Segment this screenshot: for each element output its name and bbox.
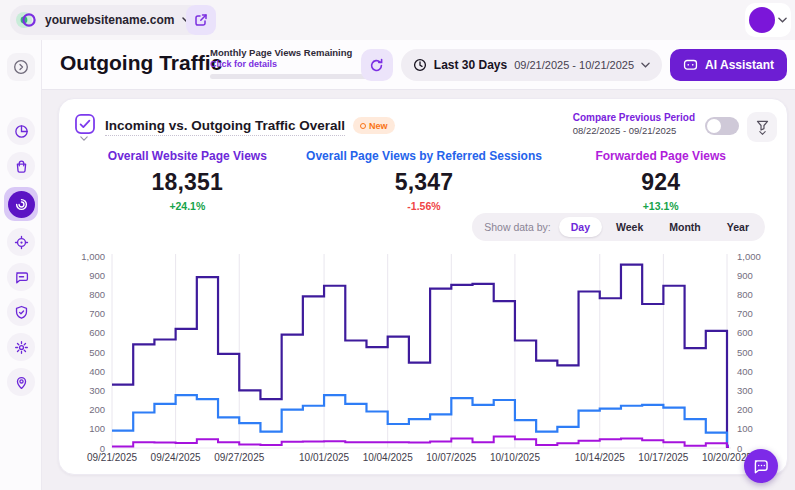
- gear-icon: [14, 340, 29, 355]
- ai-assistant-label: AI Assistant: [705, 58, 774, 72]
- metric-overall-website-page-views: Overall Website Page Views 18,351 +24.1%: [69, 149, 306, 212]
- tab-month[interactable]: Month: [657, 217, 713, 237]
- svg-text:0: 0: [737, 443, 742, 454]
- svg-text:600: 600: [89, 327, 105, 338]
- svg-text:300: 300: [737, 385, 753, 396]
- svg-text:10/01/2025: 10/01/2025: [299, 452, 349, 463]
- map-pin-person-icon: [14, 375, 29, 390]
- filter-button[interactable]: [747, 112, 777, 142]
- active-item-circle: [8, 191, 35, 218]
- compare-label: Compare Previous Period: [573, 112, 695, 123]
- show-data-by-tabs: Show data by: Day Week Month Year: [472, 213, 765, 241]
- sidebar-item-analytics[interactable]: [7, 117, 35, 145]
- funnel-icon: [756, 120, 769, 131]
- external-link-icon: [194, 13, 208, 27]
- compare-toggle[interactable]: [705, 117, 739, 135]
- svg-text:500: 500: [89, 347, 105, 358]
- refresh-button[interactable]: [361, 49, 393, 81]
- pie-chart-icon: [14, 124, 29, 139]
- compare-range: 08/22/2025 - 09/21/2025: [573, 125, 695, 136]
- sidebar-item-outgoing-traffic[interactable]: [4, 187, 38, 221]
- tab-week[interactable]: Week: [604, 217, 655, 237]
- card-title[interactable]: Incoming vs. Outgoing Traffic Overall: [105, 118, 345, 136]
- svg-text:500: 500: [737, 347, 753, 358]
- traffic-overview-card: Incoming vs. Outgoing Traffic Overall Ne…: [58, 98, 788, 475]
- new-badge: New: [353, 117, 395, 134]
- svg-text:900: 900: [89, 270, 105, 281]
- svg-text:200: 200: [737, 404, 753, 415]
- target-icon: [14, 235, 29, 250]
- metric-label: Overall Page Views by Referred Sessions: [306, 149, 543, 163]
- sidebar-item-tracking[interactable]: [7, 228, 35, 256]
- range-dates: 09/21/2025 - 10/21/2025: [514, 59, 634, 71]
- show-data-by-label: Show data by:: [484, 221, 551, 233]
- swirl-traffic-icon: [14, 197, 29, 212]
- shield-check-icon: [14, 305, 29, 320]
- metric-referred-sessions-page-views: Overall Page Views by Referred Sessions …: [306, 149, 543, 212]
- svg-text:200: 200: [89, 404, 105, 415]
- sidebar-item-locations[interactable]: [7, 368, 35, 396]
- quota-progress-bar: [210, 74, 374, 79]
- tab-day[interactable]: Day: [559, 217, 602, 237]
- quota-widget[interactable]: Monthly Page Views Remaining ∞ Click for…: [210, 47, 374, 79]
- badge-ring-icon: [360, 123, 366, 129]
- badge-label: New: [369, 121, 388, 131]
- website-name: yourwebsitename.com: [45, 13, 174, 27]
- sidebar-item-store[interactable]: [7, 152, 35, 180]
- ai-assistant-button[interactable]: AI Assistant: [670, 49, 787, 81]
- svg-text:09/24/2025: 09/24/2025: [151, 452, 201, 463]
- svg-text:700: 700: [89, 308, 105, 319]
- quota-details-link[interactable]: Click for details: [210, 59, 374, 69]
- sidebar-item-messages[interactable]: [7, 263, 35, 291]
- chevron-down-icon[interactable]: [80, 136, 88, 141]
- svg-text:10/10/2025: 10/10/2025: [490, 452, 540, 463]
- svg-text:800: 800: [737, 289, 753, 300]
- circle-arrow-right-icon: [13, 59, 29, 75]
- metric-value: 5,347: [306, 169, 543, 196]
- sidebar-item-security[interactable]: [7, 298, 35, 326]
- clock-icon: [413, 58, 427, 72]
- chat-bubble-icon: [14, 270, 29, 285]
- svg-text:10/17/2025: 10/17/2025: [638, 452, 688, 463]
- chevron-down-icon: [778, 17, 787, 23]
- chevron-down-icon: [641, 62, 650, 68]
- svg-text:100: 100: [89, 423, 105, 434]
- metric-delta: +13.1%: [542, 200, 779, 212]
- metric-value: 924: [542, 169, 779, 196]
- svg-text:400: 400: [737, 366, 753, 377]
- metric-forwarded-page-views: Forwarded Page Views 924 +13.1%: [542, 149, 779, 212]
- ai-chat-icon: [683, 59, 698, 72]
- svg-text:09/21/2025: 09/21/2025: [87, 452, 137, 463]
- svg-text:1,000: 1,000: [737, 251, 761, 262]
- svg-text:09/27/2025: 09/27/2025: [214, 452, 264, 463]
- refresh-icon: [369, 58, 384, 73]
- user-avatar: [749, 7, 775, 33]
- date-range-selector[interactable]: Last 30 Days 09/21/2025 - 10/21/2025: [401, 49, 662, 81]
- traffic-step-chart: 09/21/202509/24/202509/27/202510/01/2025…: [59, 245, 789, 473]
- compare-previous-period: Compare Previous Period 08/22/2025 - 09/…: [573, 112, 695, 136]
- site-logo-icon: [15, 9, 37, 31]
- tab-year[interactable]: Year: [715, 217, 761, 237]
- sidebar-collapse-button[interactable]: [7, 53, 35, 81]
- metric-value: 18,351: [69, 169, 306, 196]
- page-title: Outgoing Traffic: [60, 51, 222, 75]
- svg-text:700: 700: [737, 308, 753, 319]
- svg-text:800: 800: [89, 289, 105, 300]
- metric-delta: -1.56%: [306, 200, 543, 212]
- header-controls: Last 30 Days 09/21/2025 - 10/21/2025 AI …: [361, 49, 787, 81]
- sidebar-item-settings[interactable]: [7, 333, 35, 361]
- svg-text:0: 0: [100, 443, 105, 454]
- website-selector[interactable]: yourwebsitename.com: [10, 5, 204, 35]
- chat-bubble-icon: [753, 459, 770, 474]
- svg-text:900: 900: [737, 270, 753, 281]
- svg-text:600: 600: [737, 327, 753, 338]
- support-chat-fab[interactable]: [744, 449, 778, 483]
- traffic-chart-container: 09/21/202509/24/202509/27/202510/01/2025…: [59, 245, 789, 473]
- metric-label: Forwarded Page Views: [542, 149, 779, 163]
- chart-widget-icon: [74, 113, 96, 135]
- sidebar: [0, 40, 42, 490]
- user-menu[interactable]: [745, 3, 791, 37]
- open-website-button[interactable]: [186, 5, 216, 35]
- svg-text:10/04/2025: 10/04/2025: [363, 452, 413, 463]
- range-preset-label: Last 30 Days: [434, 58, 507, 72]
